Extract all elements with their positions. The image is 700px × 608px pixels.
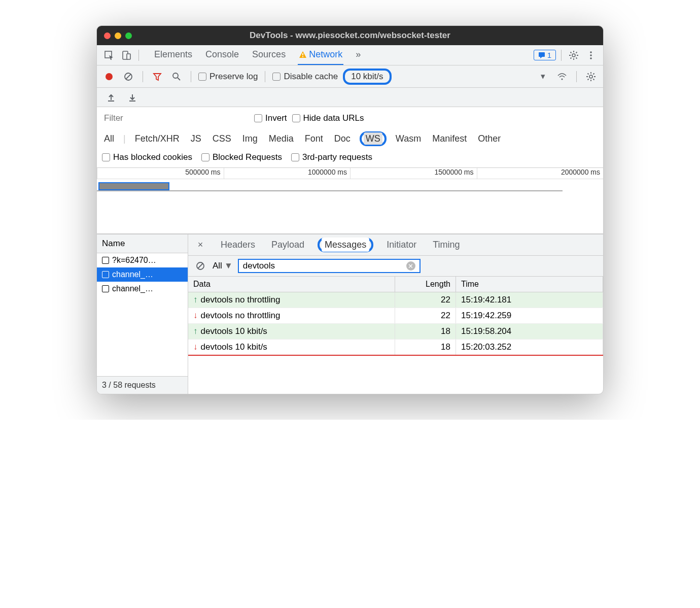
filter-doc[interactable]: Doc (332, 132, 353, 145)
filter-input[interactable] (102, 111, 214, 125)
settings-icon[interactable] (567, 48, 581, 62)
maximize-icon[interactable] (125, 32, 132, 39)
tab-console[interactable]: Console (204, 45, 240, 65)
filter-img[interactable]: Img (240, 132, 260, 145)
timeline-selection[interactable] (98, 182, 169, 190)
blocked-cookies-checkbox[interactable]: Has blocked cookies (102, 152, 192, 162)
tab-more[interactable]: » (355, 45, 362, 65)
request-row[interactable]: channel_… (97, 267, 188, 282)
svg-point-6 (572, 54, 575, 57)
file-icon (102, 257, 109, 264)
filter-css[interactable]: CSS (211, 132, 233, 145)
filter-media[interactable]: Media (267, 132, 296, 145)
message-row[interactable]: ↑devtools no throttling 22 15:19:42.181 (188, 292, 603, 308)
timeline-body[interactable] (97, 179, 603, 234)
svg-point-16 (589, 75, 592, 78)
disable-cache-checkbox[interactable]: Disable cache (272, 72, 338, 82)
tab-payload[interactable]: Payload (268, 238, 307, 252)
chat-icon (538, 52, 545, 59)
upload-icon[interactable] (104, 90, 118, 105)
svg-line-20 (198, 263, 203, 268)
invert-checkbox[interactable]: Invert (254, 113, 287, 123)
inspect-icon[interactable] (102, 48, 116, 62)
requests-list: ?k=62470… channel_… channel_… (97, 253, 188, 376)
chevron-down-icon[interactable]: ▾ (536, 70, 550, 84)
message-type-select[interactable]: All ▼ (213, 261, 233, 271)
col-length[interactable]: Length (395, 277, 456, 292)
col-time[interactable]: Time (456, 277, 603, 292)
svg-rect-3 (302, 53, 303, 55)
traffic-lights (104, 32, 132, 39)
message-row[interactable]: ↓devtools no throttling 22 15:19:42.259 (188, 308, 603, 324)
svg-point-7 (590, 51, 592, 53)
svg-line-14 (178, 78, 180, 80)
timeline[interactable]: 500000 ms 1000000 ms 1500000 ms 2000000 … (97, 168, 603, 234)
filter-bar: Invert Hide data URLs (97, 107, 603, 129)
filter-wasm[interactable]: Wasm (394, 132, 423, 145)
tab-headers[interactable]: Headers (218, 238, 258, 252)
import-export-bar (97, 88, 603, 107)
messages-header: Data Length Time (188, 277, 603, 292)
divider (143, 71, 143, 82)
request-row[interactable]: ?k=62470… (97, 253, 188, 267)
filter-font[interactable]: Font (303, 132, 325, 145)
record-icon[interactable] (102, 70, 116, 84)
timeline-tick: 1000000 ms (224, 168, 351, 179)
filter-all[interactable]: All (102, 132, 116, 145)
file-icon (102, 271, 109, 278)
divider (191, 71, 191, 82)
timeline-ruler: 500000 ms 1000000 ms 1500000 ms 2000000 … (97, 168, 603, 179)
filter-other[interactable]: Other (476, 132, 503, 145)
network-toolbar: Preserve log Disable cache 10 kbit/s ▾ (97, 65, 603, 88)
divider (138, 50, 139, 61)
filter-ws[interactable]: WS (364, 132, 382, 145)
issues-badge[interactable]: 1 (534, 50, 556, 60)
col-data[interactable]: Data (188, 277, 395, 292)
message-filter-input[interactable] (243, 261, 406, 271)
timeline-tick: 500000 ms (97, 168, 224, 179)
tab-messages[interactable]: Messages (322, 238, 369, 252)
gear-icon[interactable] (584, 70, 598, 84)
tab-timing[interactable]: Timing (430, 238, 463, 252)
type-filters: All | Fetch/XHR JS CSS Img Media Font Do… (97, 129, 603, 150)
minimize-icon[interactable] (115, 32, 121, 39)
arrow-up-icon: ↑ (193, 326, 198, 336)
wifi-icon[interactable] (555, 70, 569, 84)
request-row[interactable]: channel_… (97, 282, 188, 296)
arrow-down-icon: ↓ (193, 311, 198, 320)
device-toggle-icon[interactable] (119, 48, 133, 62)
hide-data-urls-checkbox[interactable]: Hide data URLs (292, 113, 364, 123)
divider (576, 71, 577, 82)
messages-table: Data Length Time ↑devtools no throttling… (188, 277, 603, 394)
filter-icon[interactable] (150, 70, 164, 84)
search-icon[interactable] (169, 70, 184, 84)
clear-messages-icon[interactable] (193, 259, 207, 273)
svg-rect-5 (539, 52, 545, 57)
blocked-requests-checkbox[interactable]: Blocked Requests (201, 152, 282, 162)
preserve-log-checkbox[interactable]: Preserve log (198, 72, 258, 82)
clear-filter-icon[interactable]: ✕ (406, 261, 415, 271)
tab-initiator[interactable]: Initiator (383, 238, 419, 252)
messages-filter-bar: All ▼ ✕ (188, 256, 603, 277)
message-row[interactable]: ↓devtools 10 kbit/s 18 15:20:03.252 (188, 340, 603, 356)
close-icon[interactable] (104, 32, 111, 39)
kebab-icon[interactable] (584, 48, 598, 62)
tab-sources[interactable]: Sources (251, 45, 287, 65)
filter-js[interactable]: JS (189, 132, 203, 145)
third-party-checkbox[interactable]: 3rd-party requests (291, 152, 372, 162)
download-icon[interactable] (125, 90, 139, 105)
filter-manifest[interactable]: Manifest (430, 132, 469, 145)
tab-elements[interactable]: Elements (153, 45, 193, 65)
svg-point-9 (590, 57, 592, 59)
requests-header: Name (97, 234, 188, 253)
message-row[interactable]: ↑devtools 10 kbit/s 18 15:19:58.204 (188, 324, 603, 340)
devtools-window: DevTools - www.piesocket.com/websocket-t… (96, 25, 604, 394)
arrow-down-icon: ↓ (193, 342, 198, 352)
filter-fetch[interactable]: Fetch/XHR (133, 132, 182, 145)
panel-tabs: Elements Console Sources Network » (153, 45, 362, 65)
clear-icon[interactable] (121, 70, 135, 84)
close-detail-icon[interactable]: × (193, 238, 207, 252)
throttling-select[interactable]: 10 kbit/s (343, 69, 391, 85)
file-icon (102, 285, 109, 292)
tab-network[interactable]: Network (298, 45, 343, 65)
